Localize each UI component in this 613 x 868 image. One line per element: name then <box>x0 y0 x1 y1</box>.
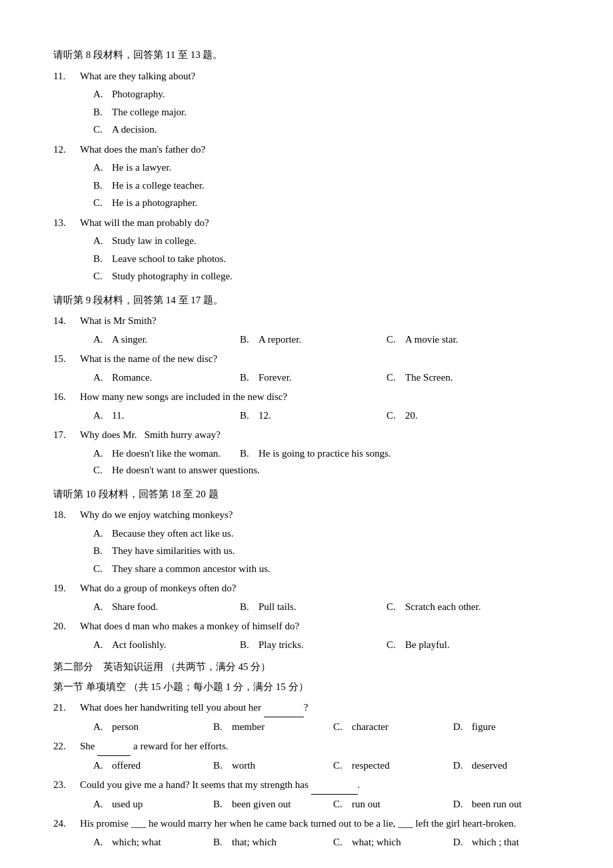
q15-optA: A. Romance. <box>93 369 240 387</box>
section-8: 请听第 8 段材料，回答第 11 至 13 题。 11. What are th… <box>53 47 560 285</box>
section-8-header: 请听第 8 段材料，回答第 11 至 13 题。 <box>53 47 560 64</box>
q21-num: 21. <box>53 699 80 717</box>
q13-optA: A. Study law in college. <box>93 233 560 250</box>
q18-num: 18. <box>53 507 80 524</box>
q14-text: What is Mr Smith? <box>80 313 157 330</box>
question-17: 17. Why does Mr. Smith hurry away? A. He… <box>53 427 560 479</box>
question-11: 11. What are they talking about? A. Phot… <box>53 68 560 139</box>
q20-optB: B. Play tricks. <box>240 637 386 654</box>
q13-optB: B. Leave school to take photos. <box>93 251 560 268</box>
q14-num: 14. <box>53 313 80 330</box>
question-18: 18. Why do we enjoy watching monkeys? A.… <box>53 507 560 577</box>
q24-text: His promise ___ he would marry her when … <box>80 815 516 833</box>
q24-num: 24. <box>53 815 80 833</box>
question-24: 24. His promise ___ he would marry her w… <box>53 815 560 851</box>
q16-text: How many new songs are included in the n… <box>80 389 287 406</box>
q18-optB: B. They have similarities with us. <box>93 543 560 560</box>
question-12: 12. What does the man's father do? A. He… <box>53 141 560 212</box>
q24-options: A. which; what B. that; which C. what; w… <box>93 834 560 851</box>
q24-optB: B. that; which <box>213 834 333 851</box>
q13-optC: C. Study photography in college. <box>93 268 560 285</box>
q16-optC: C. 20. <box>386 407 533 425</box>
section-9-header: 请听第 9 段材料，回答第 14 至 17 题。 <box>53 292 560 309</box>
q19-optB: B. Pull tails. <box>240 599 386 616</box>
q19-num: 19. <box>53 580 80 597</box>
q22-options: A. offered B. worth C. respected D. dese… <box>93 757 560 775</box>
q23-num: 23. <box>53 777 80 794</box>
q15-optC: C. The Screen. <box>386 369 533 387</box>
q17-optB: B. He is going to practice his songs. <box>240 445 560 463</box>
question-20: 20. What does d man who makes a monkey o… <box>53 618 560 653</box>
q17-optC-block: C. He doesn't want to answer questions. <box>93 462 560 479</box>
question-21: 21. What does her handwriting tell you a… <box>53 699 560 735</box>
q23-optA: A. used up <box>93 796 213 813</box>
question-23: 23. Could you give me a hand? It seems t… <box>53 777 560 813</box>
q21-optB: B. member <box>213 719 333 736</box>
q12-optB: B. He is a college teacher. <box>93 177 560 195</box>
q21-optA: A. person <box>93 719 213 736</box>
q17-optC: C. He doesn't want to answer questions. <box>93 462 560 479</box>
q12-optA: A. He is a lawyer. <box>93 159 560 177</box>
q14-optA: A. A singer. <box>93 331 240 349</box>
q18-optA: A. Because they often act like us. <box>93 525 560 543</box>
q22-optD: D. deserved <box>453 757 560 775</box>
q17-text: Why does Mr. Smith hurry away? <box>80 427 221 444</box>
question-15: 15. What is the name of the new disc? A.… <box>53 351 560 386</box>
q11-optA: A. Photography. <box>93 86 560 103</box>
q17-optA: A. He doesn't like the woman. <box>93 445 240 463</box>
q14-options: A. A singer. B. A reporter. C. A movie s… <box>93 331 560 349</box>
q18-optC: C. They share a common ancestor with us. <box>93 561 560 578</box>
q22-optA: A. offered <box>93 757 213 775</box>
q14-optC: C. A movie star. <box>386 331 533 349</box>
q19-optC: C. Scratch each other. <box>386 599 533 616</box>
q17-num: 17. <box>53 427 80 444</box>
q17-options-ab: A. He doesn't like the woman. B. He is g… <box>93 445 560 463</box>
q23-optD: D. been run out <box>453 796 560 813</box>
q20-options: A. Act foolishly. B. Play tricks. C. Be … <box>93 637 560 654</box>
q13-text: What will the man probably do? <box>80 215 209 232</box>
q21-optD: D. figure <box>453 719 560 736</box>
q15-optB: B. Forever. <box>240 369 386 387</box>
q11-optB: B. The college major. <box>93 104 560 121</box>
q16-optA: A. 11. <box>93 407 240 425</box>
q16-optB: B. 12. <box>240 407 386 425</box>
part2-sub: 第一节 单项填空 （共 15 小题；每小题 1 分，满分 15 分） <box>53 679 560 696</box>
question-14: 14. What is Mr Smith? A. A singer. B. A … <box>53 313 560 348</box>
q19-options: A. Share food. B. Pull tails. C. Scratch… <box>93 599 560 616</box>
q15-options: A. Romance. B. Forever. C. The Screen. <box>93 369 560 387</box>
q21-options: A. person B. member C. character D. figu… <box>93 719 560 736</box>
section-10-header: 请听第 10 段材料，回答第 18 至 20 题 <box>53 486 560 503</box>
q20-optC: C. Be playful. <box>386 637 533 654</box>
question-19: 19. What do a group of monkeys often do?… <box>53 580 560 615</box>
q14-optB: B. A reporter. <box>240 331 386 349</box>
q20-num: 20. <box>53 618 80 635</box>
q19-optA: A. Share food. <box>93 599 240 616</box>
question-16: 16. How many new songs are included in t… <box>53 389 560 424</box>
q22-optB: B. worth <box>213 757 333 775</box>
q23-optC: C. run out <box>333 796 453 813</box>
section-10: 请听第 10 段材料，回答第 18 至 20 题 18. Why do we e… <box>53 486 560 654</box>
q13-num: 13. <box>53 215 80 232</box>
q24-optC: C. what; which <box>333 834 453 851</box>
q22-optC: C. respected <box>333 757 453 775</box>
q23-optB: B. been given out <box>213 796 333 813</box>
part2-header: 第二部分 英语知识运用 （共两节，满分 45 分） <box>53 659 560 676</box>
q12-num: 12. <box>53 141 80 159</box>
q15-num: 15. <box>53 351 80 368</box>
q15-text: What is the name of the new disc? <box>80 351 217 368</box>
q23-text: Could you give me a hand? It seems that … <box>80 777 360 795</box>
q21-optC: C. character <box>333 719 453 736</box>
section-9: 请听第 9 段材料，回答第 14 至 17 题。 14. What is Mr … <box>53 292 560 479</box>
q22-text: She a reward for her efforts. <box>80 738 229 756</box>
question-13: 13. What will the man probably do? A. St… <box>53 215 560 285</box>
exam-content: 请听第 8 段材料，回答第 11 至 13 题。 11. What are th… <box>53 47 560 851</box>
q21-text: What does her handwriting tell you about… <box>80 699 308 717</box>
q24-optD: D. which ; that <box>453 834 560 851</box>
q24-optA: A. which; what <box>93 834 213 851</box>
q20-text: What does d man who makes a monkey of hi… <box>80 618 299 635</box>
q16-options: A. 11. B. 12. C. 20. <box>93 407 560 425</box>
q12-optC: C. He is a photographer. <box>93 195 560 212</box>
q11-num: 11. <box>53 68 80 85</box>
q23-options: A. used up B. been given out C. run out … <box>93 796 560 813</box>
q11-text: What are they talking about? <box>80 68 195 85</box>
